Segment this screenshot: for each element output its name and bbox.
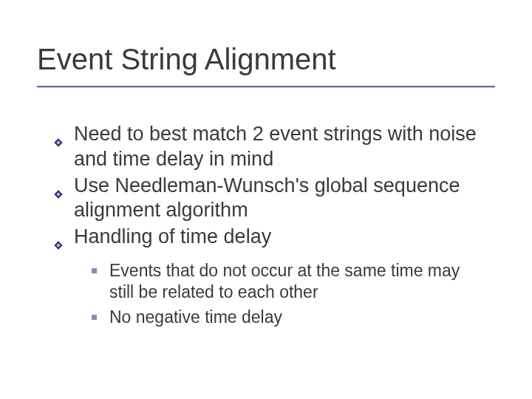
bullet-text: Need to best match 2 event strings with … xyxy=(74,123,477,170)
sub-bullet-item: No negative time delay xyxy=(109,307,488,328)
bullet-text: Use Needleman-Wunsch's global sequence a… xyxy=(74,174,460,222)
slide: Event String Alignment Need to best matc… xyxy=(0,0,532,399)
slide-body: Need to best match 2 event strings with … xyxy=(74,122,488,331)
bullet-text: Handling of time delay xyxy=(74,225,271,248)
diamond-bullet-icon xyxy=(53,232,64,242)
sub-bullet-list: Events that do not occur at the same tim… xyxy=(109,260,488,328)
diamond-bullet-icon xyxy=(53,181,64,191)
square-bullet-icon xyxy=(92,268,97,273)
sub-bullet-text: Events that do not occur at the same tim… xyxy=(109,261,460,301)
square-bullet-icon xyxy=(92,315,97,320)
diamond-bullet-icon xyxy=(53,129,64,140)
sub-bullet-text: No negative time delay xyxy=(109,307,282,327)
bullet-item: Handling of time delay Events that do no… xyxy=(74,225,488,328)
sub-bullet-item: Events that do not occur at the same tim… xyxy=(109,260,488,304)
bullet-item: Need to best match 2 event strings with … xyxy=(74,122,488,172)
slide-title: Event String Alignment xyxy=(37,43,336,75)
title-underline xyxy=(37,86,495,87)
bullet-item: Use Needleman-Wunsch's global sequence a… xyxy=(74,174,488,224)
